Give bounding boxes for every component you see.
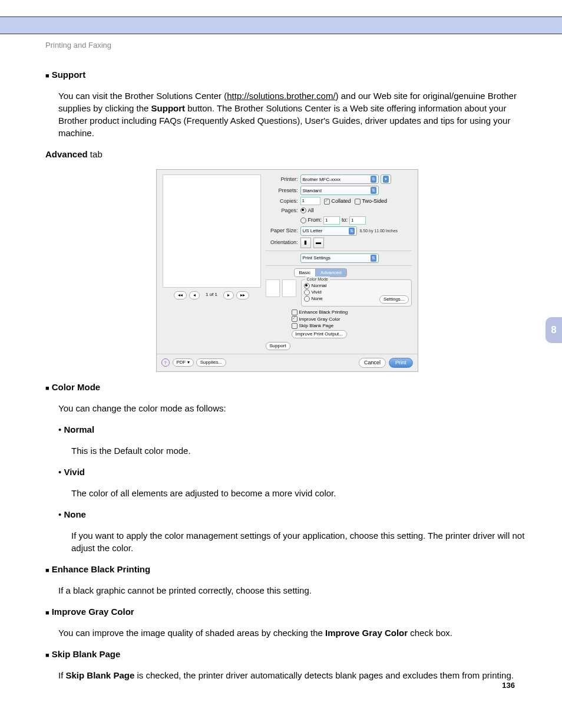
layout-thumb-1	[266, 279, 280, 297]
presets-label: Presets:	[266, 187, 298, 195]
breadcrumb: Printing and Faxing	[45, 40, 528, 51]
pages-all-radio[interactable]	[300, 207, 306, 213]
vivid-heading: • Vivid	[58, 466, 528, 478]
copies-label: Copies:	[266, 197, 298, 205]
from-input[interactable]: 1	[323, 216, 340, 225]
color-mode-group-title: Color Mode	[305, 276, 330, 282]
preview-pane	[163, 174, 261, 288]
help-button[interactable]: ?	[161, 358, 170, 367]
nav-prev-button[interactable]: ◂	[189, 291, 200, 299]
tab-basic[interactable]: Basic	[294, 268, 316, 277]
chapter-tab: 8	[546, 317, 562, 343]
color-mode-intro: You can change the color mode as follows…	[58, 402, 528, 414]
paper-size-label: Paper Size:	[266, 227, 298, 235]
layout-thumb-2	[282, 279, 296, 297]
orientation-portrait-button[interactable]: ▮	[300, 238, 311, 248]
vivid-text: The color of all elements are adjusted t…	[71, 487, 528, 499]
printer-label: Printer:	[266, 176, 298, 183]
section-select[interactable]: Print Settings⇅	[300, 253, 379, 263]
nav-page-indicator: 1 of 1	[206, 291, 217, 299]
to-input[interactable]: 1	[349, 216, 366, 225]
paper-size-select[interactable]: US Letter⇅	[300, 226, 357, 236]
nav-next-button[interactable]: ▸	[223, 291, 234, 299]
color-none-radio[interactable]	[304, 296, 310, 302]
pdf-button[interactable]: PDF ▾	[173, 358, 194, 367]
section-support-body: You can visit the Brother Solutions Cent…	[58, 90, 528, 139]
skip-blank-heading: ■Skip Blank Page	[45, 648, 528, 660]
none-heading: • None	[58, 508, 528, 521]
enhance-black-text: If a black graphic cannot be printed cor…	[58, 584, 528, 597]
improve-print-output-button[interactable]: Improve Print Output...	[292, 330, 347, 338]
printer-status-button[interactable]: ▾	[381, 174, 391, 184]
print-dialog: ◂◂ ◂ 1 of 1 ▸ ▸▸ Printer: Brother MFC-xx…	[156, 169, 418, 371]
color-settings-button[interactable]: Settings...	[379, 295, 409, 304]
copies-input[interactable]: 1	[300, 197, 320, 205]
supplies-button[interactable]: Supplies...	[196, 358, 226, 367]
color-mode-heading: ■Color Mode	[45, 381, 528, 393]
two-sided-checkbox[interactable]	[355, 199, 361, 205]
color-vivid-radio[interactable]	[304, 289, 310, 295]
presets-select[interactable]: Standard⇅	[300, 186, 379, 195]
nav-last-button[interactable]: ▸▸	[236, 291, 249, 299]
orientation-label: Orientation:	[266, 239, 298, 246]
orientation-landscape-button[interactable]: ▬	[313, 238, 324, 248]
paper-dimensions: 8.50 by 11.00 inches	[360, 228, 398, 234]
preview-nav: ◂◂ ◂ 1 of 1 ▸ ▸▸	[163, 291, 261, 299]
color-normal-radio[interactable]	[304, 283, 310, 289]
solutions-link[interactable]: http://solutions.brother.com/	[227, 91, 335, 101]
pages-from-radio[interactable]	[300, 218, 306, 223]
advanced-tab-label: Advanced tab	[45, 148, 528, 160]
skip-blank-checkbox[interactable]	[292, 323, 297, 329]
improve-gray-checkbox[interactable]	[292, 316, 297, 322]
tab-advanced[interactable]: Advanced	[316, 268, 347, 277]
print-button[interactable]: Print	[389, 358, 413, 368]
top-brand-bar	[0, 17, 562, 34]
cancel-button[interactable]: Cancel	[359, 358, 386, 368]
improve-gray-text: You can improve the image quality of sha…	[58, 627, 528, 639]
skip-blank-text: If Skip Blank Page is checked, the print…	[58, 669, 528, 681]
page-number: 136	[502, 680, 515, 690]
pages-label: Pages:	[266, 207, 298, 215]
section-support-heading: ■Support	[45, 68, 528, 81]
nav-first-button[interactable]: ◂◂	[174, 291, 187, 299]
normal-heading: • Normal	[58, 423, 528, 436]
printer-select[interactable]: Brother MFC-xxxx⇅	[300, 174, 379, 184]
normal-text: This is the Default color mode.	[71, 444, 528, 457]
support-button[interactable]: Support	[266, 342, 290, 350]
enhance-black-heading: ■Enhance Black Printing	[45, 563, 528, 575]
improve-gray-heading: ■Improve Gray Color	[45, 605, 528, 618]
collated-checkbox[interactable]	[324, 199, 330, 205]
none-text: If you want to apply the color managemen…	[71, 529, 528, 554]
